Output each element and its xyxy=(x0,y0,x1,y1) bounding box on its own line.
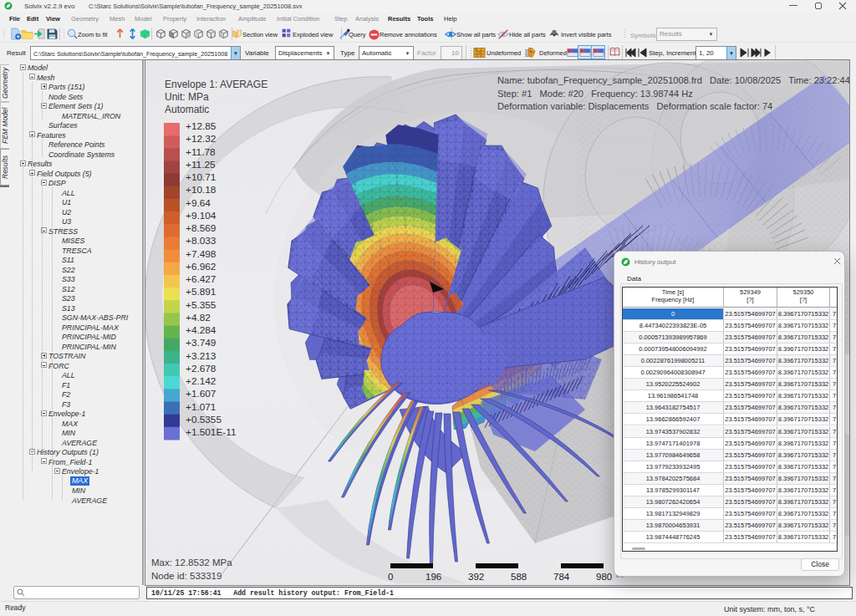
svg-text:+3.213: +3.213 xyxy=(186,350,217,362)
svg-text:+9.64: +9.64 xyxy=(186,197,211,209)
svg-text:+2.678: +2.678 xyxy=(186,363,217,374)
svg-text:+10.18: +10.18 xyxy=(186,184,217,196)
svg-text:+0.5355: +0.5355 xyxy=(186,414,222,425)
svg-text:+6.427: +6.427 xyxy=(186,273,216,285)
svg-text:Unit: MPa: Unit: MPa xyxy=(165,91,209,103)
svg-text:+11.25: +11.25 xyxy=(186,159,216,171)
svg-text:Max: 12.8532 MPa: Max: 12.8532 MPa xyxy=(151,557,232,568)
svg-text:+1.501E-11: +1.501E-11 xyxy=(186,426,236,438)
svg-text:Name: tubofan_Frequency_sample: Name: tubofan_Frequency_sample_20251008.… xyxy=(497,75,849,85)
svg-text:+12.32: +12.32 xyxy=(186,133,216,145)
svg-text:+8.569: +8.569 xyxy=(186,222,216,234)
svg-text:Node id: 533319: Node id: 533319 xyxy=(151,571,222,581)
svg-text:+8.033: +8.033 xyxy=(186,235,217,247)
svg-text:+4.82: +4.82 xyxy=(186,312,211,323)
svg-text:784: 784 xyxy=(553,572,570,582)
svg-text:+9.104: +9.104 xyxy=(186,210,217,221)
svg-text:+6.962: +6.962 xyxy=(186,261,216,272)
svg-text:Step: #1 Mode: #20 Frequen: Step: #1 Mode: #20 Frequency: 13.98744 H… xyxy=(497,89,693,99)
svg-text:+12.85: +12.85 xyxy=(186,120,217,132)
svg-text:980: 980 xyxy=(596,572,612,582)
svg-text:+11.78: +11.78 xyxy=(186,146,216,158)
svg-text:+4.284: +4.284 xyxy=(186,324,217,336)
svg-text:+1.607: +1.607 xyxy=(186,388,216,400)
svg-text:+5.355: +5.355 xyxy=(186,299,217,311)
svg-text:0: 0 xyxy=(388,572,393,582)
svg-text:196: 196 xyxy=(425,572,441,582)
svg-text:Deformation variable: Displace: Deformation variable: Displacements Defo… xyxy=(497,101,772,111)
svg-text:Automatic: Automatic xyxy=(165,104,209,115)
svg-text:+7.498: +7.498 xyxy=(186,248,217,260)
svg-text:+5.891: +5.891 xyxy=(186,286,216,298)
svg-text:+2.142: +2.142 xyxy=(186,375,216,387)
svg-text:+1.071: +1.071 xyxy=(186,401,216,413)
svg-text:+3.749: +3.749 xyxy=(186,337,216,349)
svg-text:588: 588 xyxy=(511,572,527,582)
svg-text:+10.71: +10.71 xyxy=(186,171,216,183)
svg-text:392: 392 xyxy=(468,572,484,582)
svg-text:Envelope 1: AVERAGE: Envelope 1: AVERAGE xyxy=(165,79,268,90)
